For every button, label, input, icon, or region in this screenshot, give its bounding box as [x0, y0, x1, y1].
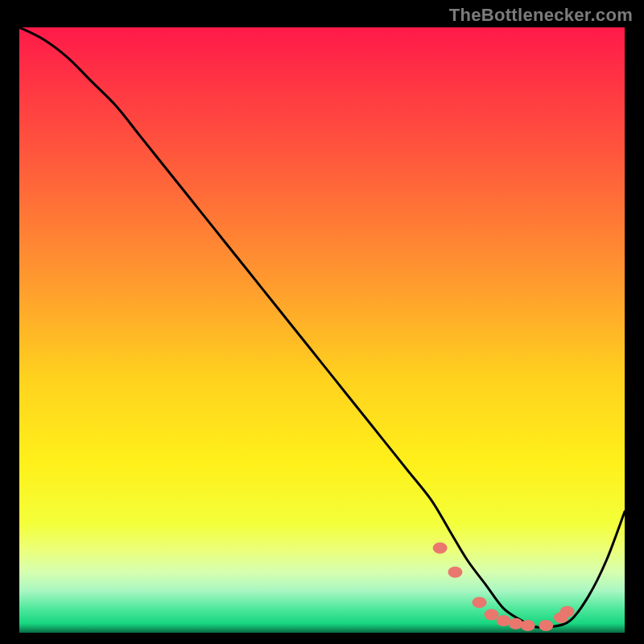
marker-dot — [448, 567, 462, 578]
marker-dot — [509, 618, 523, 630]
marker-dot — [485, 609, 499, 620]
chart-markers — [19, 27, 625, 633]
marker-dot — [433, 543, 448, 554]
plot-area — [19, 27, 625, 633]
chart-container — [19, 27, 625, 633]
marker-dot — [560, 606, 575, 617]
marker-dot — [473, 597, 487, 608]
attribution-text: TheBottlenecker.com — [449, 5, 633, 26]
marker-dot — [539, 620, 553, 631]
marker-dot — [521, 620, 535, 631]
